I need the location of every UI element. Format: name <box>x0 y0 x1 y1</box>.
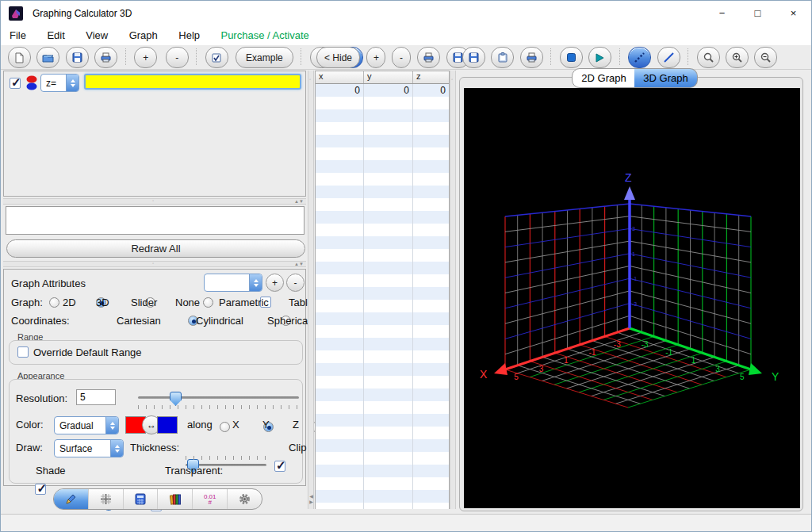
table-cell[interactable] <box>364 477 413 490</box>
table-cell[interactable] <box>316 211 364 224</box>
table-row[interactable] <box>316 465 449 477</box>
table-cell[interactable] <box>364 97 413 109</box>
table-cell[interactable] <box>413 312 449 325</box>
zoom-tool-button[interactable] <box>697 47 720 68</box>
table-cell[interactable] <box>413 186 449 198</box>
new-file-button[interactable] <box>8 47 31 68</box>
table-cell[interactable] <box>364 160 413 173</box>
table-cell[interactable] <box>364 147 413 160</box>
table-cell[interactable] <box>413 427 449 439</box>
table-cell[interactable] <box>364 376 413 388</box>
table-cell[interactable] <box>316 122 364 135</box>
print-graph-button[interactable] <box>520 47 543 68</box>
table-cell[interactable] <box>316 109 364 122</box>
table-row[interactable] <box>316 122 449 135</box>
table-row[interactable]: 000 <box>316 84 449 97</box>
table-row[interactable] <box>316 147 449 160</box>
table-cell[interactable] <box>316 173 364 186</box>
table-row[interactable] <box>316 312 449 325</box>
table-row[interactable] <box>316 274 449 287</box>
table-cell[interactable] <box>364 249 413 262</box>
table-cell[interactable] <box>316 465 364 477</box>
table-cell[interactable] <box>364 300 413 312</box>
table-cell[interactable] <box>413 300 449 312</box>
table-row[interactable] <box>316 477 449 490</box>
table-row[interactable] <box>316 300 449 312</box>
menu-purchase-activate[interactable]: Purchase / Activate <box>212 26 317 45</box>
graph-2d-radio[interactable] <box>49 297 59 308</box>
table-cell[interactable] <box>316 363 364 376</box>
table-row[interactable] <box>316 363 449 376</box>
table-cell[interactable] <box>413 452 449 465</box>
table-cell[interactable] <box>364 211 413 224</box>
table-cell[interactable] <box>413 173 449 186</box>
table-row[interactable] <box>316 503 449 509</box>
table-cell[interactable] <box>413 147 449 160</box>
table-cell[interactable] <box>413 350 449 363</box>
table-row[interactable] <box>316 350 449 363</box>
play-button[interactable] <box>588 47 611 68</box>
graph-none-radio[interactable] <box>203 297 213 308</box>
table-cell[interactable] <box>364 109 413 122</box>
table-row[interactable] <box>316 338 449 350</box>
table-cell[interactable] <box>364 427 413 439</box>
table-cell[interactable] <box>316 300 364 312</box>
table-cell[interactable] <box>316 503 364 509</box>
resolution-input[interactable] <box>76 389 116 405</box>
table-cell[interactable] <box>413 274 449 287</box>
table-cell[interactable] <box>364 198 413 211</box>
table-cell[interactable] <box>316 401 364 414</box>
line-tool-button[interactable] <box>657 47 680 68</box>
horizontal-splitter[interactable]: ◦ ▲▼ <box>3 198 306 205</box>
table-cell[interactable] <box>316 287 364 300</box>
table-row[interactable] <box>316 198 449 211</box>
remove-preset-button[interactable]: - <box>286 274 304 292</box>
table-cell[interactable] <box>413 287 449 300</box>
shade-checkbox[interactable] <box>35 484 46 495</box>
table-cell[interactable] <box>364 186 413 198</box>
table-cell[interactable] <box>364 452 413 465</box>
table-cell[interactable] <box>316 338 364 350</box>
table-cell[interactable] <box>364 503 413 509</box>
clip-checkbox[interactable] <box>274 461 285 472</box>
table-row[interactable] <box>316 490 449 503</box>
tab-equations[interactable] <box>54 489 89 509</box>
table-cell[interactable] <box>413 376 449 388</box>
tab-3d-graph[interactable]: 3D Graph <box>634 68 698 88</box>
table-cell[interactable] <box>413 363 449 376</box>
table-cell[interactable] <box>413 211 449 224</box>
table-cell[interactable] <box>413 109 449 122</box>
table-row[interactable] <box>316 97 449 109</box>
table-cell[interactable] <box>364 262 413 274</box>
table-cell[interactable] <box>364 439 413 452</box>
table-cell[interactable] <box>316 439 364 452</box>
table-cell[interactable] <box>413 160 449 173</box>
table-cell[interactable] <box>364 224 413 236</box>
table-cell[interactable] <box>316 325 364 338</box>
table-cell[interactable] <box>316 186 364 198</box>
equation-type-dropdown[interactable]: z= <box>40 74 79 92</box>
horizontal-splitter[interactable]: ◦ ▲▼ <box>3 261 306 267</box>
draw-mode-dropdown[interactable]: Surface <box>54 439 124 457</box>
table-cell[interactable]: 0 <box>413 84 449 97</box>
table-cell[interactable] <box>364 350 413 363</box>
table-cell[interactable] <box>364 490 413 503</box>
table-row[interactable] <box>316 236 449 249</box>
color-to-swatch[interactable] <box>157 416 178 434</box>
table-cell[interactable] <box>413 401 449 414</box>
trace-points-tool-button[interactable] <box>628 47 651 68</box>
add-preset-button[interactable]: + <box>266 274 284 292</box>
table-cell[interactable]: 0 <box>316 84 364 97</box>
table-cell[interactable] <box>364 401 413 414</box>
table-cell[interactable] <box>316 147 364 160</box>
table-cell[interactable] <box>316 198 364 211</box>
minimize-button[interactable]: − <box>704 1 740 25</box>
splitter-collapse-icon[interactable]: ▲▼ <box>294 262 304 266</box>
table-row[interactable] <box>316 224 449 236</box>
tab-settings[interactable] <box>228 489 262 509</box>
table-cell[interactable] <box>364 274 413 287</box>
remove-row-button[interactable]: - <box>392 47 411 68</box>
table-cell[interactable] <box>413 325 449 338</box>
graph-3d-canvas[interactable]: XYZ531-1-3-3-1135-3-113 <box>464 88 800 508</box>
tab-precision[interactable]: 0.01# <box>193 489 228 509</box>
